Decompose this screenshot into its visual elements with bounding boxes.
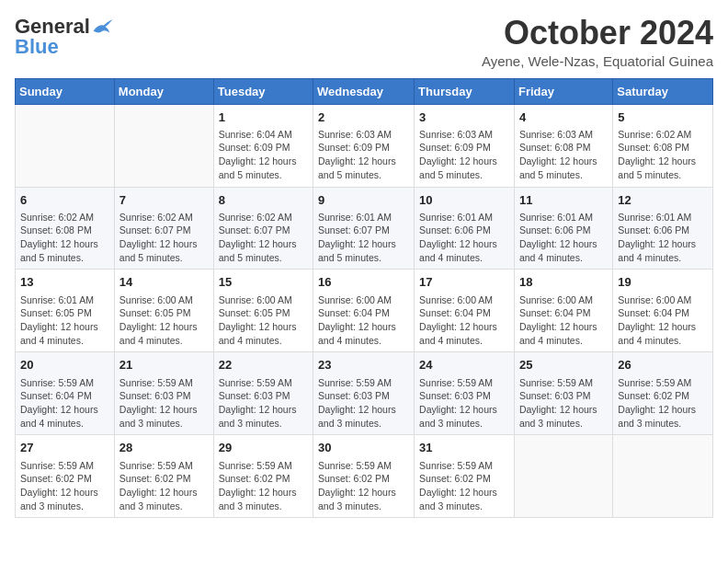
- cell-info: Sunset: 6:03 PM: [519, 389, 608, 403]
- title-block: October 2024 Ayene, Wele-Nzas, Equatoria…: [482, 15, 713, 69]
- cell-info: Sunrise: 6:03 AM: [419, 128, 509, 142]
- day-number: 30: [318, 440, 409, 456]
- cell-info: Sunrise: 5:59 AM: [318, 459, 409, 473]
- cell-info: Sunset: 6:04 PM: [20, 389, 109, 403]
- month-title: October 2024: [482, 15, 713, 52]
- cell-info: Sunset: 6:06 PM: [519, 224, 608, 237]
- cell-info: Daylight: 12 hours and 5 minutes.: [318, 155, 409, 181]
- header-saturday: Saturday: [613, 78, 713, 104]
- cell-info: Sunrise: 6:01 AM: [519, 211, 608, 224]
- calendar-cell: 23Sunrise: 5:59 AMSunset: 6:03 PMDayligh…: [313, 352, 415, 435]
- cell-info: Sunrise: 6:01 AM: [618, 211, 708, 224]
- cell-info: Sunset: 6:03 PM: [119, 389, 209, 403]
- calendar-table: SundayMondayTuesdayWednesdayThursdayFrid…: [15, 78, 713, 519]
- cell-info: Daylight: 12 hours and 4 minutes.: [519, 237, 608, 264]
- cell-info: Sunset: 6:02 PM: [618, 389, 708, 403]
- cell-info: Sunset: 6:02 PM: [219, 472, 308, 486]
- day-number: 1: [219, 109, 308, 126]
- calendar-cell: 11Sunrise: 6:01 AMSunset: 6:06 PMDayligh…: [514, 187, 612, 270]
- cell-info: Daylight: 12 hours and 4 minutes.: [419, 320, 509, 347]
- day-number: 27: [20, 440, 109, 456]
- cell-info: Daylight: 12 hours and 4 minutes.: [219, 320, 308, 347]
- cell-info: Sunset: 6:08 PM: [519, 141, 608, 155]
- cell-info: Sunrise: 5:59 AM: [119, 459, 209, 473]
- cell-info: Sunrise: 6:04 AM: [219, 128, 308, 142]
- calendar-cell: [16, 104, 115, 187]
- cell-info: Sunrise: 5:59 AM: [219, 376, 308, 390]
- day-number: 2: [318, 109, 409, 126]
- cell-info: Daylight: 12 hours and 4 minutes.: [618, 237, 708, 264]
- cell-info: Sunset: 6:04 PM: [419, 306, 509, 320]
- calendar-cell: 7Sunrise: 6:02 AMSunset: 6:07 PMDaylight…: [114, 187, 213, 270]
- cell-info: Sunset: 6:03 PM: [419, 389, 509, 403]
- calendar-cell: 26Sunrise: 5:59 AMSunset: 6:02 PMDayligh…: [613, 352, 713, 435]
- cell-info: Sunset: 6:05 PM: [119, 306, 209, 320]
- calendar-cell: 25Sunrise: 5:59 AMSunset: 6:03 PMDayligh…: [514, 352, 612, 435]
- cell-info: Daylight: 12 hours and 3 minutes.: [219, 403, 308, 430]
- cell-info: Sunset: 6:04 PM: [618, 306, 708, 320]
- cell-info: Sunrise: 5:59 AM: [219, 459, 308, 473]
- calendar-cell: 8Sunrise: 6:02 AMSunset: 6:07 PMDaylight…: [213, 187, 313, 270]
- calendar-cell: [613, 435, 713, 518]
- cell-info: Daylight: 12 hours and 4 minutes.: [20, 320, 109, 347]
- cell-info: Sunset: 6:05 PM: [219, 306, 308, 320]
- calendar-cell: 10Sunrise: 6:01 AMSunset: 6:06 PMDayligh…: [415, 187, 515, 270]
- day-number: 10: [419, 192, 509, 209]
- cell-info: Sunrise: 6:02 AM: [119, 211, 209, 224]
- day-number: 12: [618, 192, 708, 209]
- calendar-cell: 29Sunrise: 5:59 AMSunset: 6:02 PMDayligh…: [213, 435, 313, 518]
- calendar-cell: 28Sunrise: 5:59 AMSunset: 6:02 PMDayligh…: [114, 435, 213, 518]
- day-number: 23: [318, 357, 409, 373]
- logo: General Blue: [15, 15, 114, 59]
- calendar-cell: 4Sunrise: 6:03 AMSunset: 6:08 PMDaylight…: [514, 104, 612, 187]
- cell-info: Sunrise: 6:03 AM: [519, 128, 608, 142]
- cell-info: Sunset: 6:02 PM: [119, 472, 209, 486]
- cell-info: Sunset: 6:09 PM: [419, 141, 509, 155]
- cell-info: Sunrise: 6:00 AM: [618, 293, 708, 307]
- day-number: 28: [119, 440, 209, 456]
- cell-info: Sunrise: 5:59 AM: [419, 459, 509, 473]
- day-number: 16: [318, 274, 409, 291]
- day-number: 3: [419, 109, 509, 126]
- cell-info: Sunrise: 6:02 AM: [618, 128, 708, 142]
- calendar-cell: 12Sunrise: 6:01 AMSunset: 6:06 PMDayligh…: [613, 187, 713, 270]
- cell-info: Sunrise: 6:01 AM: [20, 293, 109, 307]
- day-number: 15: [219, 274, 308, 291]
- header-monday: Monday: [114, 78, 213, 104]
- cell-info: Sunrise: 6:02 AM: [219, 211, 308, 224]
- calendar-cell: 27Sunrise: 5:59 AMSunset: 6:02 PMDayligh…: [16, 435, 115, 518]
- cell-info: Daylight: 12 hours and 3 minutes.: [519, 403, 608, 430]
- calendar-cell: 17Sunrise: 6:00 AMSunset: 6:04 PMDayligh…: [415, 270, 515, 352]
- day-number: 25: [519, 357, 608, 373]
- cell-info: Sunset: 6:03 PM: [219, 389, 308, 403]
- cell-info: Daylight: 12 hours and 4 minutes.: [119, 320, 209, 347]
- day-number: 14: [119, 274, 209, 291]
- calendar-cell: 20Sunrise: 5:59 AMSunset: 6:04 PMDayligh…: [16, 352, 115, 435]
- cell-info: Sunset: 6:02 PM: [20, 472, 109, 486]
- cell-info: Sunset: 6:09 PM: [318, 141, 409, 155]
- calendar-cell: 21Sunrise: 5:59 AMSunset: 6:03 PMDayligh…: [114, 352, 213, 435]
- cell-info: Sunrise: 6:00 AM: [119, 293, 209, 307]
- calendar-cell: 24Sunrise: 5:59 AMSunset: 6:03 PMDayligh…: [415, 352, 515, 435]
- calendar-body: 1Sunrise: 6:04 AMSunset: 6:09 PMDaylight…: [16, 104, 713, 518]
- week-row-3: 13Sunrise: 6:01 AMSunset: 6:05 PMDayligh…: [16, 270, 713, 352]
- logo-blue-text: Blue: [15, 35, 59, 59]
- calendar-cell: [114, 104, 213, 187]
- cell-info: Daylight: 12 hours and 4 minutes.: [318, 320, 409, 347]
- cell-info: Daylight: 12 hours and 5 minutes.: [519, 155, 608, 181]
- calendar-cell: 18Sunrise: 6:00 AMSunset: 6:04 PMDayligh…: [514, 270, 612, 352]
- cell-info: Daylight: 12 hours and 3 minutes.: [119, 486, 209, 512]
- header-tuesday: Tuesday: [213, 78, 313, 104]
- header-thursday: Thursday: [415, 78, 515, 104]
- calendar-cell: 2Sunrise: 6:03 AMSunset: 6:09 PMDaylight…: [313, 104, 415, 187]
- cell-info: Daylight: 12 hours and 5 minutes.: [318, 237, 409, 264]
- cell-info: Sunrise: 6:00 AM: [318, 293, 409, 307]
- cell-info: Sunset: 6:04 PM: [519, 306, 608, 320]
- cell-info: Sunrise: 5:59 AM: [119, 376, 209, 390]
- calendar-cell: 16Sunrise: 6:00 AMSunset: 6:04 PMDayligh…: [313, 270, 415, 352]
- day-number: 22: [219, 357, 308, 373]
- day-number: 6: [20, 192, 109, 209]
- day-number: 26: [618, 357, 708, 373]
- day-number: 9: [318, 192, 409, 209]
- cell-info: Daylight: 12 hours and 3 minutes.: [318, 486, 409, 512]
